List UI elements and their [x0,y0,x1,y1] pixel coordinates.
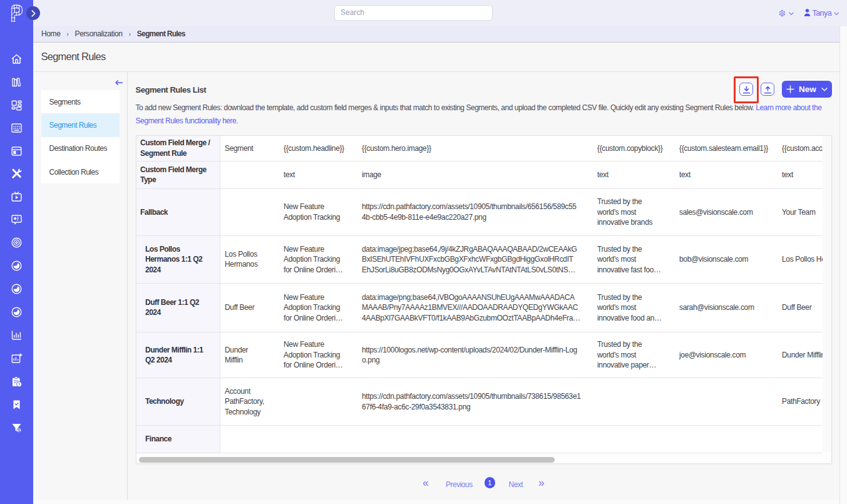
svg-text:$: $ [18,428,20,433]
